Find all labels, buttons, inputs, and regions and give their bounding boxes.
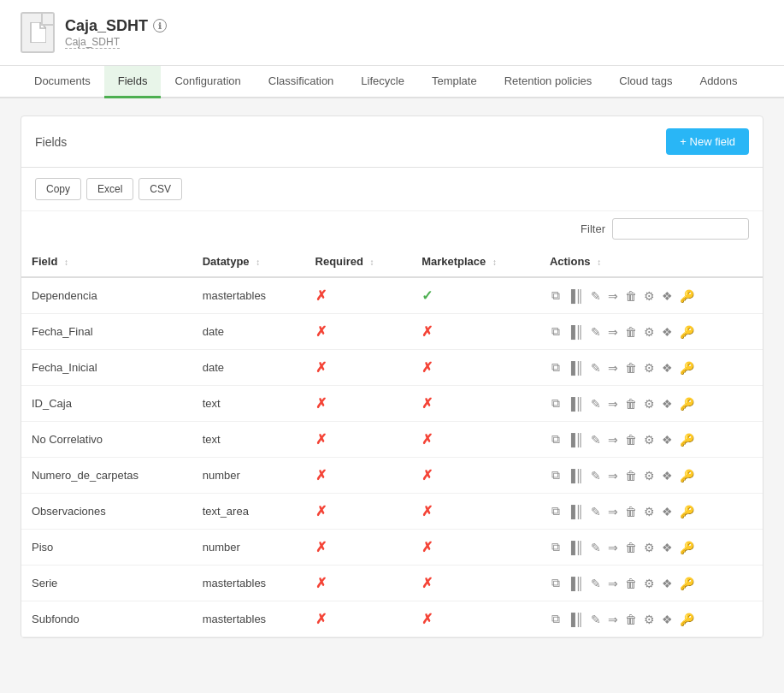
- cog-icon[interactable]: ⚙: [642, 611, 657, 628]
- bar-chart-icon[interactable]: ▐║: [565, 323, 586, 341]
- delete-icon[interactable]: 🗑: [623, 431, 639, 448]
- bar-chart-icon[interactable]: ▐║: [565, 395, 586, 412]
- cog-icon[interactable]: ⚙: [642, 575, 657, 592]
- bar-chart-icon[interactable]: ▐║: [565, 467, 586, 484]
- move-icon[interactable]: ⇒: [606, 467, 620, 484]
- col-required[interactable]: Required ↕: [305, 246, 412, 277]
- move-icon[interactable]: ⇒: [606, 359, 620, 376]
- tab-classification[interactable]: Classification: [255, 66, 348, 98]
- info-icon[interactable]: ℹ: [153, 19, 167, 33]
- delete-icon[interactable]: 🗑: [623, 611, 639, 628]
- copy-row-icon[interactable]: ⧉: [550, 502, 562, 520]
- config-icon[interactable]: ❖: [660, 539, 675, 556]
- config-icon[interactable]: ❖: [660, 575, 675, 592]
- move-icon[interactable]: ⇒: [606, 539, 620, 556]
- copy-row-icon[interactable]: ⧉: [550, 323, 562, 341]
- delete-icon[interactable]: 🗑: [623, 467, 639, 484]
- delete-icon[interactable]: 🗑: [623, 395, 639, 412]
- config-icon[interactable]: ❖: [660, 395, 675, 412]
- cog-icon[interactable]: ⚙: [642, 359, 657, 376]
- delete-icon[interactable]: 🗑: [623, 287, 639, 305]
- copy-row-icon[interactable]: ⧉: [550, 574, 562, 592]
- tab-configuration[interactable]: Configuration: [161, 66, 254, 98]
- tab-documents[interactable]: Documents: [21, 66, 104, 98]
- bar-chart-icon[interactable]: ▐║: [565, 575, 586, 592]
- tab-template[interactable]: Template: [418, 66, 491, 98]
- filter-input[interactable]: [612, 218, 749, 240]
- copy-button[interactable]: Copy: [35, 178, 81, 200]
- bar-chart-icon[interactable]: ▐║: [565, 359, 586, 376]
- copy-row-icon[interactable]: ⧉: [550, 538, 562, 556]
- edit-icon[interactable]: ✎: [589, 359, 603, 376]
- edit-icon[interactable]: ✎: [589, 395, 603, 412]
- copy-row-icon[interactable]: ⧉: [550, 610, 562, 628]
- bar-chart-icon[interactable]: ▐║: [565, 611, 586, 628]
- delete-icon[interactable]: 🗑: [623, 323, 639, 341]
- bar-chart-icon[interactable]: ▐║: [565, 287, 586, 305]
- edit-icon[interactable]: ✎: [589, 431, 603, 448]
- config-icon[interactable]: ❖: [660, 611, 675, 628]
- edit-icon[interactable]: ✎: [589, 323, 603, 341]
- csv-button[interactable]: CSV: [139, 178, 182, 200]
- move-icon[interactable]: ⇒: [606, 503, 620, 520]
- config-icon[interactable]: ❖: [660, 287, 675, 305]
- edit-icon[interactable]: ✎: [589, 539, 603, 556]
- config-icon[interactable]: ❖: [660, 503, 675, 520]
- key-icon[interactable]: 🔑: [678, 467, 696, 484]
- cog-icon[interactable]: ⚙: [642, 467, 657, 484]
- col-marketplace[interactable]: Marketplace ↕: [411, 246, 539, 277]
- edit-icon[interactable]: ✎: [589, 611, 603, 628]
- bar-chart-icon[interactable]: ▐║: [565, 539, 586, 556]
- config-icon[interactable]: ❖: [660, 323, 675, 341]
- delete-icon[interactable]: 🗑: [623, 575, 639, 592]
- tab-cloud-tags[interactable]: Cloud tags: [605, 66, 686, 98]
- copy-row-icon[interactable]: ⧉: [550, 430, 562, 448]
- cog-icon[interactable]: ⚙: [642, 431, 657, 448]
- edit-icon[interactable]: ✎: [589, 467, 603, 484]
- col-datatype[interactable]: Datatype ↕: [192, 246, 305, 277]
- delete-icon[interactable]: 🗑: [623, 359, 639, 376]
- key-icon[interactable]: 🔑: [678, 539, 696, 556]
- config-icon[interactable]: ❖: [660, 467, 675, 484]
- copy-row-icon[interactable]: ⧉: [550, 394, 562, 412]
- move-icon[interactable]: ⇒: [606, 287, 620, 305]
- bar-chart-icon[interactable]: ▐║: [565, 503, 586, 520]
- key-icon[interactable]: 🔑: [678, 359, 696, 376]
- move-icon[interactable]: ⇒: [606, 395, 620, 412]
- key-icon[interactable]: 🔑: [678, 503, 696, 520]
- key-icon[interactable]: 🔑: [678, 395, 696, 412]
- cog-icon[interactable]: ⚙: [642, 323, 657, 341]
- key-icon[interactable]: 🔑: [678, 575, 696, 592]
- edit-icon[interactable]: ✎: [589, 575, 603, 592]
- key-icon[interactable]: 🔑: [678, 323, 696, 341]
- copy-row-icon[interactable]: ⧉: [550, 466, 562, 484]
- delete-icon[interactable]: 🗑: [623, 503, 639, 520]
- cog-icon[interactable]: ⚙: [642, 539, 657, 556]
- tab-fields[interactable]: Fields: [104, 66, 162, 98]
- config-icon[interactable]: ❖: [660, 431, 675, 448]
- tab-lifecycle[interactable]: Lifecycle: [347, 66, 418, 98]
- delete-icon[interactable]: 🗑: [623, 539, 639, 556]
- move-icon[interactable]: ⇒: [606, 611, 620, 628]
- move-icon[interactable]: ⇒: [606, 323, 620, 341]
- cog-icon[interactable]: ⚙: [642, 503, 657, 520]
- config-icon[interactable]: ❖: [660, 359, 675, 376]
- edit-icon[interactable]: ✎: [589, 287, 603, 305]
- col-actions[interactable]: Actions ↕: [539, 246, 763, 277]
- key-icon[interactable]: 🔑: [678, 287, 696, 305]
- excel-button[interactable]: Excel: [86, 178, 133, 200]
- edit-icon[interactable]: ✎: [589, 503, 603, 520]
- cog-icon[interactable]: ⚙: [642, 287, 657, 305]
- key-icon[interactable]: 🔑: [678, 611, 696, 628]
- move-icon[interactable]: ⇒: [606, 431, 620, 448]
- col-field[interactable]: Field ↕: [21, 246, 192, 277]
- copy-row-icon[interactable]: ⧉: [550, 358, 562, 376]
- bar-chart-icon[interactable]: ▐║: [565, 431, 586, 448]
- tab-addons[interactable]: Addons: [686, 66, 751, 98]
- cog-icon[interactable]: ⚙: [642, 395, 657, 412]
- copy-row-icon[interactable]: ⧉: [550, 287, 562, 305]
- move-icon[interactable]: ⇒: [606, 575, 620, 592]
- new-field-button[interactable]: + New field: [666, 128, 749, 155]
- tab-retention-policies[interactable]: Retention policies: [491, 66, 606, 98]
- key-icon[interactable]: 🔑: [678, 431, 696, 448]
